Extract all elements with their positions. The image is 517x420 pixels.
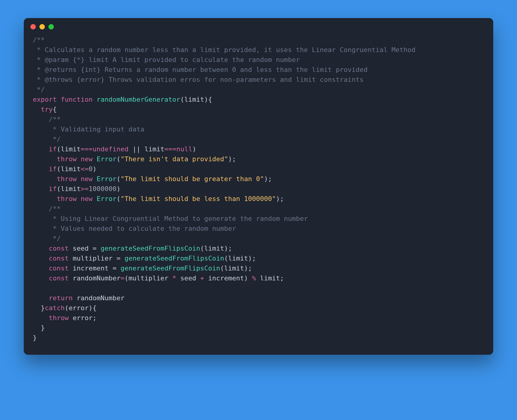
param: error (69, 304, 88, 312)
op: === (81, 145, 93, 153)
kw-const: const (49, 264, 69, 272)
punct: ){ (204, 96, 212, 103)
code-line: * @throws {error} Throws validation erro… (33, 76, 364, 83)
ident: randomNumber (77, 294, 125, 302)
num: 1000000 (88, 185, 116, 193)
kw-throw: throw (57, 155, 76, 163)
punct: ); (248, 255, 256, 262)
punct: ); (224, 245, 232, 252)
param: limit (184, 96, 204, 103)
punct: ( (116, 175, 120, 183)
punct: = (88, 245, 101, 252)
string: "The limit should be greater than 0" (120, 175, 264, 183)
punct: ; (280, 274, 284, 282)
kw-const: const (49, 245, 69, 252)
punct: = (109, 264, 121, 272)
num: 0 (88, 165, 92, 173)
punct: = (113, 255, 125, 262)
kw-throw: throw (49, 314, 69, 322)
kw-const: const (49, 274, 69, 282)
punct: ( (180, 96, 184, 103)
kw-throw: throw (57, 175, 76, 183)
punct: ) (93, 165, 97, 173)
ident: limit (144, 145, 164, 153)
punct: ( (200, 245, 204, 252)
punct: ); (244, 264, 252, 272)
kw-export: export (33, 96, 57, 103)
fn-call: generateSeedFromFlipsCoin (120, 264, 220, 272)
punct: ) (192, 145, 196, 153)
op: <= (81, 165, 89, 173)
op: >= (81, 185, 89, 193)
string: "There isn't data provided" (120, 155, 228, 163)
ident: multiplier (128, 274, 168, 282)
punct: ); (264, 175, 272, 183)
punct: ( (65, 304, 69, 312)
punct: ( (57, 165, 60, 173)
punct: ) (244, 274, 248, 282)
code-line: * Using Linear Congruential Method to ge… (49, 215, 308, 222)
op: + (196, 274, 208, 282)
kw-new: new (81, 175, 93, 183)
minimize-icon[interactable] (39, 24, 45, 29)
punct: ); (228, 155, 236, 163)
op: % (248, 274, 260, 282)
kw-if: if (49, 185, 57, 193)
maximize-icon[interactable] (48, 24, 54, 29)
ident: limit (61, 145, 81, 153)
punct: ( (57, 185, 60, 193)
code-line: /** (49, 116, 61, 123)
ident: limit (204, 245, 224, 252)
ident: limit (224, 264, 244, 272)
punct: } (33, 334, 37, 341)
op: * (168, 274, 180, 282)
kw-if: if (49, 145, 57, 153)
code-line: /** (33, 36, 45, 44)
kw-if: if (49, 165, 57, 173)
punct: { (53, 106, 57, 113)
punct: ; (93, 314, 97, 322)
fn-call: generateSeedFromFlipsCoin (101, 245, 200, 252)
ident: error (73, 314, 92, 322)
punct: ( (224, 255, 228, 262)
code-window: /** * Calculates a random number less th… (24, 18, 493, 355)
ident: increment (73, 264, 108, 272)
ident: increment (208, 274, 244, 282)
code-line: * @returns {int} Returns a random number… (33, 66, 368, 73)
kw-throw: throw (57, 195, 76, 202)
punct: ){ (88, 304, 97, 312)
kw-try: try (41, 106, 53, 113)
class-error: Error (97, 175, 116, 183)
window-titlebar (24, 18, 493, 32)
ident: randomNumber (73, 274, 120, 282)
code-line: * Validating input data (49, 125, 144, 133)
punct: } (41, 324, 45, 332)
code-line: */ (33, 86, 45, 93)
code-line: * @param {*} limit A limit provided to c… (33, 56, 300, 63)
class-error: Error (97, 155, 116, 163)
kw-function: function (61, 96, 93, 103)
ident: seed (180, 274, 196, 282)
kw-catch: catch (45, 304, 65, 312)
ident: seed (73, 245, 88, 252)
op: = (120, 274, 124, 282)
string: "The limit should be less than 1000000" (120, 195, 276, 202)
op: === (164, 145, 176, 153)
ident: limit (260, 274, 280, 282)
kw-null: null (176, 145, 192, 153)
punct: } (41, 304, 45, 312)
close-icon[interactable] (30, 24, 36, 29)
code-line: */ (49, 135, 61, 143)
punct: ( (125, 274, 128, 282)
punct: || (128, 145, 144, 153)
ident: limit (228, 255, 248, 262)
class-error: Error (97, 195, 116, 202)
punct: ( (116, 155, 120, 163)
ident: multiplier (73, 255, 112, 262)
ident: limit (61, 185, 81, 193)
punct: ( (220, 264, 224, 272)
ident: limit (61, 165, 81, 173)
kw-new: new (81, 195, 93, 202)
code-line: /** (49, 205, 61, 212)
punct: ) (116, 185, 120, 193)
